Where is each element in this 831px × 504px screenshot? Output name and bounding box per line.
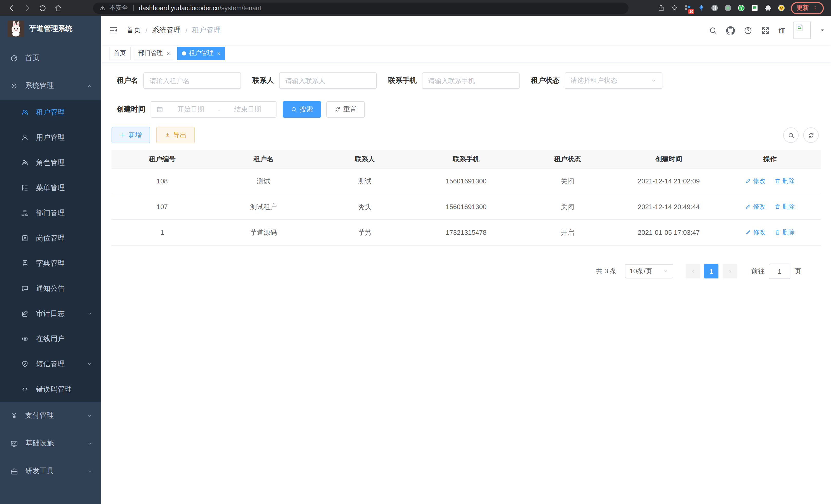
tab-close-icon[interactable]: ×: [217, 50, 221, 56]
goto-page-input[interactable]: [769, 264, 791, 279]
cell-status: 开启: [517, 219, 618, 245]
tenant-name-input[interactable]: [143, 72, 241, 89]
status-select[interactable]: 请选择租户状态: [565, 72, 662, 89]
forward-icon[interactable]: [23, 4, 31, 12]
sidebar-item-post[interactable]: 岗位管理: [0, 226, 101, 251]
pagination: 共 3 条 10条/页 1 前往 页: [112, 264, 821, 279]
extension-record-icon[interactable]: [724, 4, 732, 12]
edit-link[interactable]: 修改: [745, 228, 766, 237]
back-icon[interactable]: [8, 4, 16, 12]
edit-link[interactable]: 修改: [745, 202, 766, 211]
extension-y-logo-icon[interactable]: [738, 4, 745, 12]
insecure-warning-icon[interactable]: [99, 5, 106, 11]
delete-link[interactable]: 删除: [775, 228, 795, 237]
navbar-actions: tT: [709, 22, 831, 39]
help-icon[interactable]: [744, 26, 752, 35]
cell-created: 2021-12-14 20:49:44: [618, 194, 719, 219]
sidebar-item-menu[interactable]: 菜单管理: [0, 175, 101, 200]
font-size-icon[interactable]: tT: [779, 26, 785, 35]
badge-icon: [21, 234, 29, 242]
profile-avatar-icon[interactable]: [778, 4, 785, 12]
phone-input[interactable]: [422, 72, 520, 89]
delete-label: 删除: [782, 202, 795, 211]
date-range-picker[interactable]: 开始日期 - 结束日期: [150, 101, 277, 118]
github-icon[interactable]: [726, 26, 735, 35]
extensions-puzzle-icon[interactable]: [764, 4, 772, 12]
tab-close-icon[interactable]: ×: [167, 50, 170, 56]
breadcrumb-item[interactable]: 首页: [126, 26, 141, 35]
tab-tenant[interactable]: 租户管理×: [177, 47, 225, 60]
sidebar-item-online-user[interactable]: 在线用户: [0, 326, 101, 351]
app-logo-icon: [8, 21, 24, 37]
cell-created: 2021-12-14 21:02:09: [618, 168, 719, 194]
next-page-button[interactable]: [722, 264, 737, 278]
sidebar-item-notice[interactable]: 通知公告: [0, 276, 101, 301]
extension-command-icon[interactable]: [711, 4, 718, 12]
status-select-placeholder: 请选择租户状态: [570, 76, 617, 85]
breadcrumb-item[interactable]: 系统管理: [152, 26, 181, 35]
prev-page-button[interactable]: [686, 264, 700, 278]
extension-kite-icon[interactable]: [697, 4, 705, 12]
delete-link[interactable]: 删除: [775, 202, 795, 211]
sidebar-item-label: 在线用户: [36, 334, 65, 344]
chevron-down-icon: [87, 361, 92, 367]
tab-dept[interactable]: 部门管理×: [134, 47, 174, 60]
reset-button[interactable]: 重置: [326, 101, 365, 118]
sidebar-item-pay[interactable]: 支付管理: [0, 402, 101, 429]
sidebar-item-dict[interactable]: 字典管理: [0, 251, 101, 276]
home-icon[interactable]: [54, 4, 62, 12]
add-button[interactable]: 新增: [112, 127, 150, 143]
extension-chat-icon[interactable]: [751, 4, 758, 12]
avatar[interactable]: [794, 22, 811, 39]
sidebar-collapse-icon[interactable]: [109, 26, 118, 35]
cell-id: 107: [112, 194, 213, 219]
sidebar-item-user[interactable]: 用户管理: [0, 125, 101, 150]
online-users-icon: [21, 335, 29, 343]
infrastructure-icon: [10, 440, 18, 447]
chrome-update-button[interactable]: 更新: [791, 2, 824, 14]
bookmark-star-icon[interactable]: [671, 4, 678, 12]
browser-menu-icon[interactable]: [812, 5, 818, 11]
column-header: 租户名: [213, 150, 314, 168]
search-button[interactable]: 搜索: [283, 101, 321, 118]
address-bar[interactable]: 不安全 dashboard.yudao.iocoder.cn/system/te…: [93, 2, 629, 13]
tab-home[interactable]: 首页: [109, 47, 131, 60]
sidebar-item-infra[interactable]: 基础设施: [0, 429, 101, 457]
delete-link[interactable]: 删除: [775, 177, 795, 185]
fullscreen-icon[interactable]: [761, 26, 770, 35]
contact-input[interactable]: [279, 72, 377, 89]
status-label: 租户状态: [531, 76, 560, 85]
cell-id: 108: [112, 168, 213, 194]
header-search-icon[interactable]: [709, 26, 717, 35]
sidebar-item-dept[interactable]: 部门管理: [0, 200, 101, 226]
sidebar-item-tenant[interactable]: 租户管理: [0, 100, 101, 125]
sidebar-item-role[interactable]: 角色管理: [0, 150, 101, 175]
share-icon[interactable]: [657, 4, 665, 12]
current-page-button[interactable]: 1: [704, 264, 718, 278]
sidebar-item-sms[interactable]: 短信管理: [0, 351, 101, 377]
page-size-select[interactable]: 10条/页: [625, 264, 673, 278]
column-header: 操作: [719, 150, 821, 168]
error-code-icon: [21, 385, 29, 393]
edit-link[interactable]: 修改: [745, 177, 766, 185]
sidebar-item-label: 通知公告: [36, 284, 65, 293]
chevron-down-icon: [87, 441, 92, 446]
sidebar-item-system[interactable]: 系统管理: [0, 72, 101, 100]
toggle-search-button[interactable]: [783, 127, 799, 143]
create-time-label: 创建时间: [117, 105, 145, 114]
sidebar-item-dev-tools[interactable]: 研发工具: [0, 457, 101, 485]
sidebar-item-home[interactable]: 首页: [0, 44, 101, 72]
breadcrumb: 首页/系统管理/租户管理: [126, 26, 221, 35]
trash-icon: [775, 178, 781, 184]
add-button-label: 新增: [128, 130, 142, 140]
sidebar-item-error-code[interactable]: 错误码管理: [0, 377, 101, 402]
avatar-caret-down-icon[interactable]: [820, 28, 825, 33]
table-tools: [783, 127, 819, 143]
reload-icon[interactable]: [38, 4, 47, 12]
app-logo-row[interactable]: 芋道管理系统: [0, 16, 101, 41]
refresh-table-button[interactable]: [803, 127, 819, 143]
sidebar-item-audit-log[interactable]: 审计日志: [0, 301, 101, 326]
delete-label: 删除: [782, 228, 795, 237]
export-button[interactable]: 导出: [156, 127, 195, 143]
extension-badged-icon[interactable]: 10: [684, 4, 692, 12]
